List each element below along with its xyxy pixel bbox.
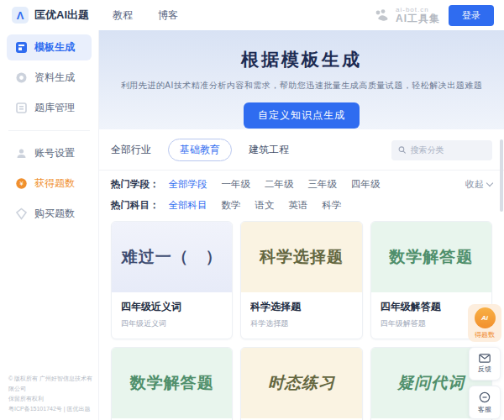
ai-badge-icon: Ai: [475, 307, 496, 328]
floating-widgets: Ai 得题数 反馈 客服: [468, 304, 501, 419]
card-title: 科学选择题: [250, 300, 352, 314]
headset-icon: [479, 391, 491, 403]
card-title: 四年级解答题: [381, 300, 482, 314]
template-card[interactable]: 科学选择题 科学选择题 科学选择题: [240, 221, 362, 339]
sidebar-item-earn-questions[interactable]: ¥ 获得题数: [7, 171, 92, 197]
card-subtitle: 四年级解答题: [381, 318, 482, 329]
subject-option-math[interactable]: 数学: [222, 199, 241, 212]
template-icon: [14, 41, 28, 55]
custom-knowledge-generate-button[interactable]: 自定义知识点生成: [244, 102, 360, 129]
search-input[interactable]: [410, 145, 486, 155]
feedback-button[interactable]: 反馈: [469, 347, 501, 381]
industry-tabs: 全部行业 基础教育 建筑工程: [99, 129, 504, 170]
template-card[interactable]: 数学解答题 三年级解答题 三年级解答题: [111, 347, 233, 420]
tab-construction[interactable]: 建筑工程: [249, 143, 289, 157]
page-subtitle: 利用先进的AI技术精准分析内容和需求，帮助您迅速批量生成高质量试题，轻松解决出题…: [99, 80, 504, 92]
page-title: 根据模板生成: [99, 48, 504, 71]
template-card[interactable]: 时态练习 三年级英语时态练习 三年级英语时态练习: [240, 347, 362, 420]
earn-questions-float-button[interactable]: Ai 得题数: [468, 304, 501, 342]
card-banner: 难过一（ ）: [112, 222, 232, 292]
watermark-text: ai-bot.cn AI工具集: [396, 7, 440, 24]
sidebar-item-label: 模板生成: [34, 40, 75, 55]
nav-tutorial[interactable]: 教程: [113, 8, 133, 23]
customer-service-button[interactable]: 客服: [469, 386, 501, 419]
tab-all-industries[interactable]: 全部行业: [111, 143, 151, 157]
bank-icon: [14, 102, 28, 115]
copyright-line: 保留所有权利: [8, 394, 95, 404]
paw-icon: [375, 9, 391, 21]
watermark: ai-bot.cn AI工具集: [375, 7, 440, 24]
sidebar-item-label: 题库管理: [34, 101, 75, 115]
grade-filter-label: 热门学段：: [111, 178, 160, 191]
sidebar-item-material-generate[interactable]: 资料生成: [7, 65, 92, 91]
card-subtitle: 科学选择题: [250, 318, 352, 329]
app-logo[interactable]: Λ 匡优AI出题: [0, 7, 99, 24]
template-card-grid: 难过一（ ） 四年级近义词 四年级近义词 科学选择题 科学选择题 科学选择题 数…: [99, 213, 504, 420]
material-icon: [14, 71, 28, 85]
card-banner: 数学解答题: [112, 348, 232, 418]
mail-icon: [479, 354, 491, 363]
sidebar-item-label: 账号设置: [34, 146, 75, 160]
sidebar-item-template-generate[interactable]: 模板生成: [7, 34, 92, 60]
category-search[interactable]: [391, 140, 492, 160]
customer-service-label: 客服: [478, 405, 491, 414]
buy-icon: [14, 207, 28, 221]
earn-questions-float-label: 得题数: [468, 330, 501, 339]
sidebar-item-label: 购买题数: [34, 207, 75, 221]
sidebar-item-label: 资料生成: [34, 71, 75, 85]
icp-line: 粤ICP备15101742号 | 匡优出题: [8, 404, 95, 414]
scrollbar[interactable]: [500, 139, 503, 212]
main-content: 根据模板生成 利用先进的AI技术精准分析内容和需求，帮助您迅速批量生成高质量试题…: [99, 30, 504, 420]
card-title: 四年级近义词: [121, 300, 223, 314]
subject-filter-label: 热门科目：: [111, 199, 160, 212]
template-card[interactable]: 难过一（ ） 四年级近义词 四年级近义词: [111, 221, 233, 339]
hero-section: 根据模板生成 利用先进的AI技术精准分析内容和需求，帮助您迅速批量生成高质量试题…: [99, 30, 504, 129]
sidebar-item-buy-questions[interactable]: 购买题数: [7, 201, 92, 227]
category-panel: 全部行业 基础教育 建筑工程 热门学段： 全部学段 一年级 二年级 三年级 四年…: [99, 129, 504, 420]
sidebar: 模板生成 资料生成 题库管理 账号设置 ¥ 获得题数 购买题数 © 版权所有 广…: [0, 30, 99, 420]
app-logo-icon: Λ: [12, 7, 29, 24]
collapse-toggle[interactable]: 收起: [465, 178, 492, 191]
sidebar-item-label: 获得题数: [34, 176, 75, 191]
card-subtitle: 四年级近义词: [121, 318, 223, 329]
copyright: © 版权所有 广州好智信息技术有限公司 保留所有权利 粤ICP备15101742…: [8, 374, 95, 414]
feedback-label: 反馈: [478, 365, 491, 374]
grade-option-1[interactable]: 一年级: [222, 178, 251, 191]
sidebar-divider: [8, 130, 90, 131]
top-nav: 教程 博客: [113, 8, 178, 23]
chevron-down-icon: [486, 180, 493, 186]
copyright-line: © 版权所有 广州好智信息技术有限公司: [8, 374, 95, 394]
search-icon: [398, 145, 406, 155]
card-banner: 科学选择题: [241, 222, 361, 292]
subject-option-all[interactable]: 全部科目: [169, 199, 207, 212]
collapse-label: 收起: [465, 178, 484, 191]
grade-filter-row: 热门学段： 全部学段 一年级 二年级 三年级 四年级 收起: [99, 171, 504, 192]
sidebar-item-account-settings[interactable]: 账号设置: [7, 140, 92, 166]
tab-basic-education[interactable]: 基础教育: [168, 139, 232, 161]
subject-option-science[interactable]: 科学: [323, 199, 342, 212]
top-header: Λ 匡优AI出题 教程 博客 ai-bot.cn AI工具集 登录: [0, 0, 504, 30]
nav-blog[interactable]: 博客: [158, 8, 178, 23]
card-banner: 数学解答题: [371, 222, 491, 292]
header-right: ai-bot.cn AI工具集 登录: [375, 5, 504, 26]
grade-option-all[interactable]: 全部学段: [169, 178, 207, 191]
subject-option-english[interactable]: 英语: [289, 199, 308, 212]
app-title: 匡优AI出题: [34, 8, 89, 23]
grade-option-3[interactable]: 三年级: [308, 178, 338, 191]
subject-filter-row: 热门科目： 全部科目 数学 语文 英语 科学: [99, 192, 504, 213]
sidebar-item-question-bank[interactable]: 题库管理: [7, 95, 92, 121]
grade-option-2[interactable]: 二年级: [265, 178, 294, 191]
grade-option-4[interactable]: 四年级: [351, 178, 381, 191]
earn-icon: ¥: [14, 177, 28, 191]
subject-option-chinese[interactable]: 语文: [255, 199, 275, 212]
card-banner: 时态练习: [241, 348, 361, 418]
watermark-name: AI工具集: [396, 13, 440, 24]
login-button[interactable]: 登录: [449, 5, 494, 26]
user-icon: [14, 147, 28, 160]
